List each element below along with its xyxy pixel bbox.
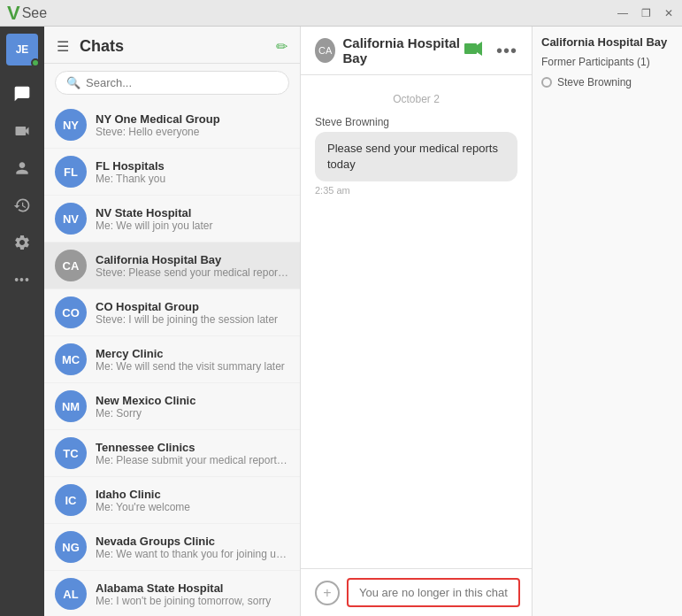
chat-item-info: NV State Hospital Me: We will join you l… — [96, 206, 289, 232]
search-icon: 🔍 — [66, 76, 80, 89]
user-avatar[interactable]: JE — [6, 34, 38, 65]
sidebar-item-video[interactable] — [6, 115, 38, 147]
video-call-icon[interactable] — [464, 42, 486, 60]
chat-item-preview: Me: Thank you — [96, 173, 289, 185]
sidebar-item-contacts[interactable] — [6, 152, 38, 184]
date-divider: October 2 — [315, 93, 517, 105]
message-bubble: Please send your medical reports today — [315, 132, 517, 181]
chat-item-info: New Mexico Clinic Me: Sorry — [96, 394, 289, 420]
sidebar-item-chat[interactable] — [6, 78, 38, 110]
chat-item-info: Idaho Clinic Me: You're welcome — [96, 488, 289, 513]
chat-item-name: Mercy Clinic — [96, 347, 289, 360]
chat-list-header: ☰ Chats ✏ — [44, 27, 300, 64]
chat-list-item[interactable]: AL Alabama State Hospital Me: I won't be… — [44, 571, 300, 616]
more-options-icon[interactable]: ••• — [496, 41, 517, 61]
chat-item-preview: Steve: I will be joining the session lat… — [96, 313, 289, 326]
chat-item-info: Tennessee Clinics Me: Please submit your… — [96, 441, 289, 466]
sidebar-item-history[interactable] — [6, 189, 38, 221]
chat-item-preview: Steve: Please send your medical report… — [96, 266, 289, 279]
chat-item-name: NY One Medical Group — [96, 112, 289, 126]
chat-item-preview: Me: I won't be joining tomorrow, sorry — [96, 595, 289, 607]
chat-item-info: Nevada Groups Clinic Me: We want to than… — [96, 535, 289, 560]
chat-item-preview: Me: Please submit your medical reports… — [96, 454, 289, 466]
chat-input-area: + — [301, 568, 532, 616]
sidebar-icons: JE ••• — [0, 27, 44, 616]
search-input[interactable] — [86, 76, 278, 89]
header-left: ☰ Chats — [57, 37, 124, 56]
chat-item-name: Idaho Clinic — [96, 488, 289, 501]
participant-item: Steve Browning — [541, 73, 673, 91]
chat-item-name: Alabama State Hospital — [96, 581, 289, 595]
maximize-button[interactable]: ❐ — [640, 7, 652, 19]
chat-item-preview: Me: Sorry — [96, 407, 289, 420]
svg-rect-0 — [464, 43, 477, 54]
close-button[interactable]: ✕ — [663, 7, 675, 19]
header-avatar-text: CA — [318, 45, 332, 56]
chat-list-item[interactable]: IC Idaho Clinic Me: You're welcome — [44, 477, 300, 524]
avatar-initials: JE — [16, 43, 29, 56]
chat-item-info: Alabama State Hospital Me: I won't be jo… — [96, 581, 289, 607]
chat-list-title: Chats — [80, 37, 124, 56]
compose-icon[interactable]: ✏ — [276, 38, 287, 55]
participants-panel: California Hospital Bay Former Participa… — [532, 27, 682, 616]
chat-list-item[interactable]: CA California Hospital Bay Steve: Please… — [44, 243, 300, 289]
chat-item-avatar: TC — [55, 437, 87, 469]
app-logo: V See — [7, 4, 47, 23]
chat-item-avatar: FL — [55, 156, 87, 188]
chat-item-info: NY One Medical Group Steve: Hello everyo… — [96, 112, 289, 138]
message-sender: Steve Browning — [315, 116, 517, 128]
chat-item-preview: Me: We will send the visit summary later — [96, 360, 289, 373]
participant-radio — [541, 77, 552, 88]
chat-item-preview: Steve: Hello everyone — [96, 126, 289, 138]
logo-v: V — [7, 4, 20, 23]
chat-list-item[interactable]: TC Tennessee Clinics Me: Please submit y… — [44, 430, 300, 477]
add-button[interactable]: + — [315, 581, 340, 605]
chat-item-name: Nevada Groups Clinic — [96, 535, 289, 548]
chat-header-left: CA California Hospital Bay — [315, 35, 464, 65]
chat-item-name: New Mexico Clinic — [96, 394, 289, 407]
chat-list-item[interactable]: NY NY One Medical Group Steve: Hello eve… — [44, 102, 300, 149]
chat-item-avatar: NY — [55, 109, 87, 141]
sidebar-item-more[interactable]: ••• — [6, 264, 38, 296]
chat-item-avatar: NM — [55, 390, 87, 422]
chat-item-info: FL Hospitals Me: Thank you — [96, 159, 289, 185]
chat-item-avatar: MC — [55, 343, 87, 375]
message-time: 2:35 am — [315, 185, 517, 196]
chat-item-avatar: NV — [55, 203, 87, 235]
chat-item-info: CO Hospital Group Steve: I will be joini… — [96, 300, 289, 326]
chat-messages: October 2 Steve Browning Please send you… — [301, 75, 532, 568]
chat-list-item[interactable]: NM New Mexico Clinic Me: Sorry — [44, 383, 300, 430]
chat-list-item[interactable]: FL FL Hospitals Me: Thank you — [44, 149, 300, 196]
chat-item-avatar: IC — [55, 484, 87, 516]
chat-item-avatar: CO — [55, 296, 87, 328]
sidebar-item-settings[interactable] — [6, 227, 38, 258]
chat-item-preview: Me: You're welcome — [96, 501, 289, 513]
chat-item-name: FL Hospitals — [96, 159, 289, 173]
chat-header-name: California Hospital Bay — [342, 35, 464, 65]
chat-header: CA California Hospital Bay ••• — [301, 27, 532, 75]
message-group: Steve Browning Please send your medical … — [315, 116, 517, 196]
chat-list-item[interactable]: NG Nevada Groups Clinic Me: We want to t… — [44, 524, 300, 571]
chat-item-avatar: AL — [55, 578, 87, 610]
chat-input — [347, 578, 520, 607]
chat-list-item[interactable]: NV NV State Hospital Me: We will join yo… — [44, 196, 300, 243]
logo-see: See — [22, 5, 47, 21]
chat-item-avatar: CA — [55, 250, 87, 281]
chat-list: NY NY One Medical Group Steve: Hello eve… — [44, 102, 300, 616]
chat-item-name: NV State Hospital — [96, 206, 289, 219]
chat-item-info: Mercy Clinic Me: We will send the visit … — [96, 347, 289, 373]
participant-name: Steve Browning — [557, 76, 632, 89]
chat-main: CA California Hospital Bay ••• October 2… — [301, 27, 532, 616]
chat-item-preview: Me: We will join you later — [96, 219, 289, 232]
chat-list-item[interactable]: CO CO Hospital Group Steve: I will be jo… — [44, 289, 300, 336]
title-bar: V See — ❐ ✕ — [0, 0, 682, 27]
app-container: JE ••• ☰ Chats ✏ 🔍 — [0, 27, 682, 616]
more-dots: ••• — [14, 273, 30, 287]
minimize-button[interactable]: — — [617, 7, 629, 19]
panel-title: California Hospital Bay — [541, 35, 673, 49]
search-box: 🔍 — [55, 71, 289, 95]
participants-list: Steve Browning — [541, 73, 673, 91]
hamburger-icon[interactable]: ☰ — [57, 38, 69, 55]
chat-header-right: ••• — [464, 41, 517, 61]
chat-list-item[interactable]: MC Mercy Clinic Me: We will send the vis… — [44, 336, 300, 383]
